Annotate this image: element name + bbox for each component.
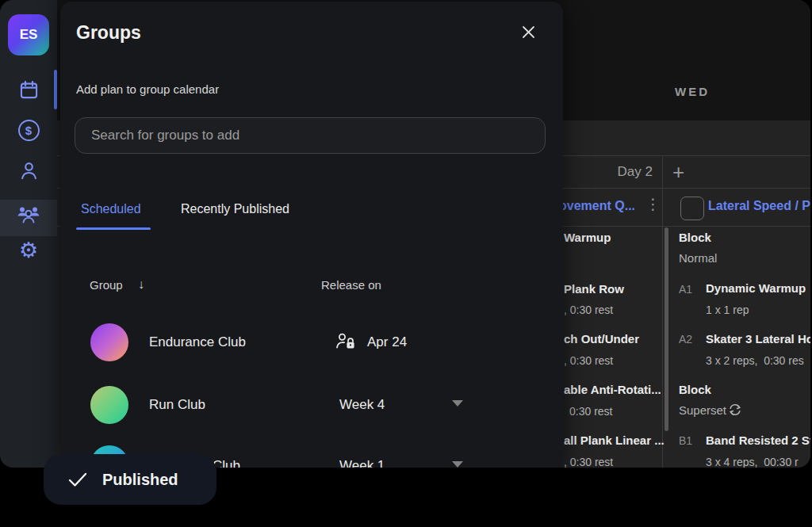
chevron-down-icon[interactable] [452, 400, 463, 407]
calendar-icon [18, 79, 40, 101]
release-week-select[interactable]: Week 4 [339, 397, 385, 413]
exercise-detail: 3 x 4 reps, 00:30 r [706, 456, 799, 468]
exercise-fragment: , 0:30 rest [564, 456, 613, 468]
exercise-fragment: ch Out/Under [564, 332, 639, 346]
exercise-fragment: all Plank Linear ... [564, 433, 665, 447]
exercise-name[interactable]: Skater 3 Lateral Hop [706, 332, 810, 346]
search-input[interactable] [75, 117, 546, 154]
exercise-fragment: Plank Row [564, 282, 624, 296]
sidebar: ES $ [0, 0, 57, 468]
column-header-release-on: Release on [321, 278, 381, 292]
group-avatar [90, 386, 128, 424]
group-name: Endurance Club [149, 334, 246, 350]
weekday-header: WED [668, 85, 716, 98]
exercise-detail: 1 x 1 rep [706, 304, 749, 316]
kebab-menu-icon[interactable]: ⋮ [645, 195, 661, 213]
sidebar-item-billing[interactable]: $ [0, 120, 57, 141]
exercise-name[interactable]: Dynamic Warmup [706, 281, 806, 295]
workout-checkbox[interactable] [680, 197, 704, 220]
exercise-fragment: Warmup [564, 231, 611, 244]
member-lock-icon [335, 331, 357, 352]
column-divider [662, 155, 663, 468]
sidebar-item-calendar[interactable] [0, 79, 57, 101]
tab-recently-published[interactable]: Recently Published [181, 202, 289, 216]
group-name: Run Club [149, 397, 205, 413]
exercise-detail: 3 x 2 reps, 0:30 res [706, 354, 804, 367]
block-mode: Superset [679, 403, 726, 417]
superset-cycle-icon [728, 403, 742, 417]
avatar[interactable]: ES [8, 14, 49, 55]
workout-title-right[interactable]: Lateral Speed / Plyo [708, 199, 810, 213]
screen: WED Day 2 + ovement Q... ⋮ Warmup Plank … [0, 0, 812, 527]
modal-title: Groups [76, 22, 141, 44]
exercise-fragment: , 0:30 rest [564, 304, 613, 316]
release-date: Apr 24 [367, 334, 407, 350]
block-header: Block [679, 383, 711, 396]
sidebar-item-groups[interactable] [0, 203, 57, 227]
group-avatar [90, 323, 128, 361]
block-mode: Normal [679, 251, 717, 265]
workout-title-left[interactable]: ovement Q... [559, 199, 635, 213]
add-workout-button[interactable]: + [672, 160, 684, 185]
column-header-group[interactable]: Group [90, 278, 123, 292]
close-icon[interactable] [517, 21, 539, 43]
exercise-name[interactable]: Band Resisted 2 Step [706, 433, 810, 447]
exercise-label: A1 [679, 283, 692, 296]
active-tab-underline [76, 227, 151, 230]
release-week-select[interactable]: Week 1 [339, 458, 385, 468]
group-name: Club [213, 458, 240, 468]
modal-subtitle: Add plan to group calendar [76, 82, 219, 96]
check-icon [67, 471, 88, 488]
exercise-fragment: 0:30 rest [569, 405, 612, 418]
published-toast: Published [44, 454, 216, 505]
block-header: Block [679, 231, 711, 244]
gear-icon: ⚙ [19, 240, 38, 262]
workout-scrollbar[interactable] [665, 227, 668, 431]
chevron-down-icon[interactable] [452, 461, 463, 468]
app-window: WED Day 2 + ovement Q... ⋮ Warmup Plank … [0, 0, 810, 468]
tab-scheduled[interactable]: Scheduled [81, 202, 141, 216]
exercise-label: B1 [679, 434, 692, 447]
sidebar-item-clients[interactable] [0, 160, 57, 181]
people-group-icon [16, 203, 41, 227]
exercise-label: A2 [679, 333, 692, 346]
toast-label: Published [102, 471, 178, 489]
groups-modal: Groups Add plan to group calendar Schedu… [60, 2, 563, 468]
sort-descending-icon[interactable]: ↓ [138, 277, 144, 292]
exercise-fragment: , 0:30 rest [564, 354, 613, 367]
dollar-icon: $ [18, 120, 40, 141]
sidebar-item-settings[interactable]: ⚙ [0, 240, 57, 262]
exercise-fragment: able Anti-Rotati... [564, 383, 661, 396]
person-icon [18, 160, 40, 181]
